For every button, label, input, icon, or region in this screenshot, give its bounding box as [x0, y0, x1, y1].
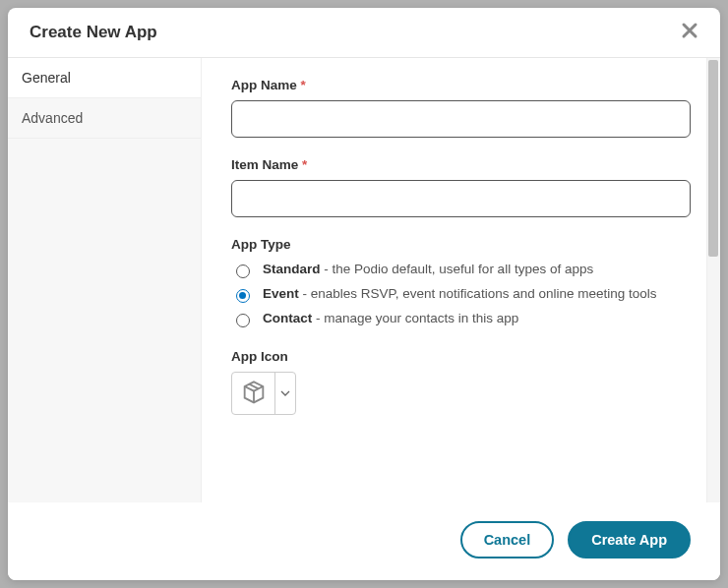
sidebar-tab-general[interactable]: General: [8, 58, 201, 98]
radio-row-contact[interactable]: Contact - manage your contacts in this a…: [231, 309, 691, 329]
form-content: App Name * Item Name * App Type Standard…: [202, 58, 720, 502]
scrollbar[interactable]: [706, 58, 720, 502]
sidebar-tab-advanced[interactable]: Advanced: [8, 98, 201, 139]
create-app-modal: Create New App General Advanced App Name…: [8, 8, 720, 580]
item-name-group: Item Name *: [231, 157, 691, 217]
app-icon-preview: [232, 373, 275, 414]
chevron-down-icon: [280, 388, 290, 398]
sidebar: General Advanced: [8, 58, 202, 502]
item-name-input[interactable]: [231, 180, 691, 217]
cancel-button[interactable]: Cancel: [460, 521, 555, 559]
radio-label-contact: Contact - manage your contacts in this a…: [263, 310, 518, 328]
app-name-input[interactable]: [231, 100, 691, 138]
close-button[interactable]: [681, 22, 698, 43]
radio-row-standard[interactable]: Standard - the Podio default, useful for…: [231, 260, 691, 280]
app-type-radio-group: Standard - the Podio default, useful for…: [231, 260, 691, 329]
app-icon-dropdown[interactable]: [275, 373, 295, 414]
app-icon-group: App Icon: [231, 349, 691, 415]
required-marker: *: [301, 78, 306, 92]
app-icon-picker[interactable]: [231, 372, 296, 415]
app-type-label: App Type: [231, 237, 691, 252]
radio-contact[interactable]: [236, 314, 250, 327]
modal-title: Create New App: [30, 23, 157, 42]
item-name-label: Item Name *: [231, 157, 691, 172]
scrollbar-thumb[interactable]: [708, 60, 718, 257]
radio-standard[interactable]: [236, 265, 250, 278]
create-app-button[interactable]: Create App: [568, 521, 691, 559]
radio-event[interactable]: [236, 289, 250, 303]
radio-label-standard: Standard - the Podio default, useful for…: [263, 261, 593, 279]
modal-footer: Cancel Create App: [8, 502, 720, 580]
modal-header: Create New App: [8, 8, 720, 58]
required-marker: *: [302, 157, 307, 172]
radio-row-event[interactable]: Event - enables RSVP, event notification…: [231, 284, 691, 305]
modal-body: General Advanced App Name * Item Name * …: [8, 58, 720, 502]
app-icon-label: App Icon: [231, 349, 691, 364]
app-name-label: App Name *: [231, 78, 691, 92]
app-name-group: App Name *: [231, 78, 691, 138]
app-type-group: App Type Standard - the Podio default, u…: [231, 237, 691, 329]
package-icon: [240, 380, 268, 407]
close-icon: [681, 22, 698, 39]
radio-label-event: Event - enables RSVP, event notification…: [263, 285, 657, 304]
